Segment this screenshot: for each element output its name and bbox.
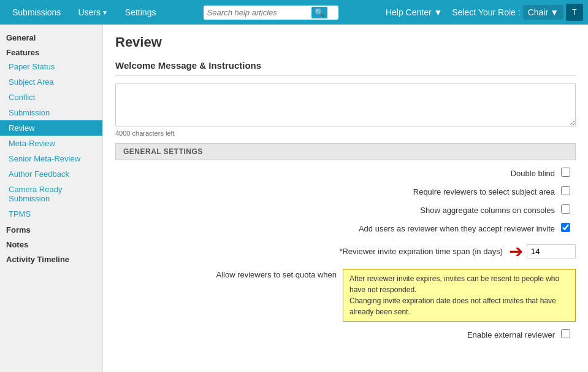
nav-users[interactable]: Users ▼ xyxy=(71,4,115,21)
features-header: Features xyxy=(0,44,102,59)
double-blind-label: Double blind xyxy=(115,169,561,178)
welcome-divider xyxy=(115,76,576,76)
chair-dropdown[interactable]: Chair ▼ xyxy=(523,5,563,20)
chars-left: 4000 characters left xyxy=(115,130,576,137)
notes-header[interactable]: Notes xyxy=(0,236,102,251)
double-blind-checkbox[interactable] xyxy=(561,168,570,177)
main-content: Review Welcome Message & Instructions 40… xyxy=(103,25,588,372)
help-center-caret: ▼ xyxy=(434,7,443,17)
reviewer-expiration-input[interactable] xyxy=(527,244,576,258)
select-role-label: Select Your Role : xyxy=(452,7,520,17)
sidebar-item-submission[interactable]: Submission xyxy=(0,105,102,120)
aggregate-columns-checkbox[interactable] xyxy=(561,204,570,214)
nav-settings[interactable]: Settings xyxy=(118,4,164,21)
help-center-btn[interactable]: Help Center ▼ xyxy=(378,4,449,21)
sidebar-item-author-feedback[interactable]: Author Feedback xyxy=(0,166,102,182)
enable-external-label: Enable external reviewer xyxy=(115,330,561,339)
add-users-reviewer-label: Add users as reviewer when they accept r… xyxy=(115,224,561,233)
tooltip-box: After reviewer invite expires, invites c… xyxy=(343,269,576,322)
enable-external-row: Enable external reviewer xyxy=(115,329,576,340)
users-dropdown-caret: ▼ xyxy=(102,9,108,16)
sidebar-item-tpms[interactable]: TPMS xyxy=(0,206,102,222)
general-settings-header: GENERAL SETTINGS xyxy=(115,143,576,160)
layout: General Features Paper Status Subject Ar… xyxy=(0,25,588,372)
nav-submissions[interactable]: Submissions xyxy=(5,4,68,21)
general-header: General xyxy=(0,29,102,44)
require-subject-area-checkbox[interactable] xyxy=(561,186,570,195)
aggregate-columns-row: Show aggregate columns on consoles xyxy=(115,204,576,215)
reviewer-expiration-label: *Reviewer invite expiration time span (i… xyxy=(115,247,509,256)
search-button[interactable]: 🔍 xyxy=(311,7,327,18)
require-subject-area-row: Require reviewers to select subject area xyxy=(115,186,576,197)
search-input[interactable] xyxy=(207,8,311,17)
search-bar: 🔍 xyxy=(204,6,338,20)
forms-header: Forms xyxy=(0,222,102,236)
allow-quota-label: Allow reviewers to set quota when xyxy=(115,269,343,279)
sidebar-item-paper-status[interactable]: Paper Status xyxy=(0,59,102,74)
reviewer-expiration-row: *Reviewer invite expiration time span (i… xyxy=(115,241,576,262)
tooltip-line1: After reviewer invite expires, invites c… xyxy=(349,274,559,294)
require-subject-area-label: Require reviewers to select subject area xyxy=(115,187,561,196)
user-avatar[interactable]: T xyxy=(566,4,583,21)
welcome-section-title: Welcome Message & Instructions xyxy=(115,60,576,71)
sidebar-item-camera-ready[interactable]: Camera Ready Submission xyxy=(0,182,102,206)
sidebar-item-review[interactable]: Review xyxy=(0,120,102,136)
sidebar-item-senior-meta-review[interactable]: Senior Meta-Review xyxy=(0,151,102,166)
add-users-reviewer-checkbox[interactable] xyxy=(561,223,570,232)
allow-quota-row: Allow reviewers to set quota when After … xyxy=(115,269,576,322)
sidebar-item-conflict[interactable]: Conflict xyxy=(0,90,102,105)
aggregate-columns-label: Show aggregate columns on consoles xyxy=(115,206,561,215)
sidebar: General Features Paper Status Subject Ar… xyxy=(0,25,103,372)
double-blind-row: Double blind xyxy=(115,168,576,179)
topnav: Submissions Users ▼ Settings 🔍 Help Cent… xyxy=(0,0,588,25)
sidebar-item-meta-review[interactable]: Meta-Review xyxy=(0,136,102,151)
topnav-right: Help Center ▼ Select Your Role : Chair ▼… xyxy=(378,4,583,21)
welcome-message-textarea[interactable] xyxy=(115,83,576,126)
page-title: Review xyxy=(115,34,576,50)
sidebar-item-subject-area[interactable]: Subject Area xyxy=(0,74,102,90)
enable-external-checkbox[interactable] xyxy=(561,329,570,338)
chair-caret: ▼ xyxy=(550,7,559,17)
red-arrow-icon: ➔ xyxy=(509,241,523,262)
activity-timeline-header[interactable]: Activity Timeline xyxy=(0,251,102,266)
tooltip-line2: Changing invite expiration date does not… xyxy=(349,296,556,316)
add-users-reviewer-row: Add users as reviewer when they accept r… xyxy=(115,223,576,234)
